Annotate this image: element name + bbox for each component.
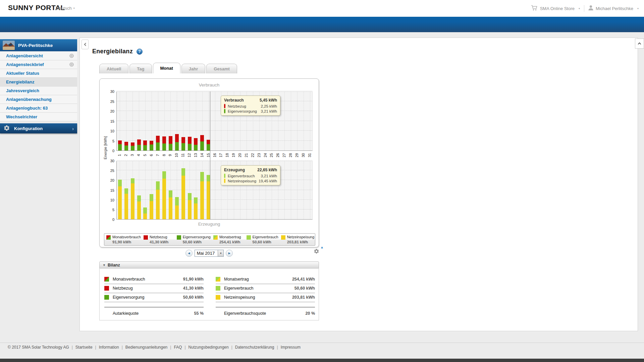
sidebar-item-anlagenlogbuch-63[interactable]: Anlagenlogbuch: 63	[0, 104, 77, 113]
sidebar-item-anlagensteckbrief[interactable]: Anlagensteckbrief	[0, 60, 77, 69]
bar-segment-netzbezug[interactable]	[150, 141, 153, 144]
tab-aktuell[interactable]: Aktuell	[99, 64, 128, 73]
bar-segment-netzeinspeisung[interactable]	[188, 200, 192, 219]
bar-segment-netzbezug[interactable]	[200, 135, 204, 141]
bar-segment-eigenversorgung[interactable]	[137, 145, 141, 150]
bar-segment-eigenversorgung[interactable]	[156, 142, 160, 150]
bar-segment-netzeinspeisung[interactable]	[181, 176, 185, 219]
user-menu[interactable]: Michael Perlitschke ▾	[588, 5, 639, 12]
bar-segment-netzbezug[interactable]	[124, 142, 128, 145]
bilanz-header[interactable]: ▼ Bilanz	[99, 261, 319, 268]
bar-segment-eigenversorgung[interactable]	[200, 141, 204, 150]
tab-monat[interactable]: Monat	[153, 63, 180, 73]
bar-segment-netzeinspeisung[interactable]	[143, 214, 147, 220]
bar-segment-eigenversorgung[interactable]	[181, 143, 185, 150]
chart-settings-icon[interactable]: ▲	[314, 248, 322, 256]
bar-segment-eigenverbrauch[interactable]	[143, 207, 147, 214]
collapse-sidebar-button[interactable]	[82, 40, 89, 49]
bar-segment-netzbezug[interactable]	[194, 138, 198, 145]
bar-segment-netzbezug[interactable]	[137, 139, 141, 145]
sidebar-item-jahresvergleich[interactable]: Jahresvergleich	[0, 86, 77, 95]
bar-segment-netzbezug[interactable]	[181, 137, 185, 143]
bar-segment-eigenverbrauch[interactable]	[200, 172, 204, 181]
bar-segment-eigenverbrauch[interactable]	[169, 190, 172, 197]
footer-link-faq[interactable]: FAQ	[174, 345, 182, 350]
footer-link-information[interactable]: Information	[99, 345, 119, 350]
bar-segment-eigenversorgung[interactable]	[194, 145, 198, 150]
y-tick-label: 5	[103, 139, 114, 143]
bar-segment-netzeinspeisung[interactable]	[137, 201, 141, 219]
next-month-button[interactable]: ▶	[226, 250, 233, 257]
bar-segment-eigenverbrauch[interactable]	[124, 188, 128, 194]
footer-link-impressum[interactable]: Impressum	[281, 345, 301, 350]
bar-segment-netzbezug[interactable]	[175, 134, 179, 142]
scroll-top-button[interactable]	[635, 39, 644, 49]
help-icon[interactable]: ?	[137, 49, 143, 55]
bar-segment-netzbezug[interactable]	[188, 137, 192, 144]
footer-link-datenschutzerkl-rung[interactable]: Datenschutzerklärung	[235, 345, 274, 350]
bar-segment-eigenversorgung[interactable]	[124, 145, 128, 150]
x-tick-label: 3	[130, 151, 134, 160]
bar-segment-netzeinspeisung[interactable]	[131, 183, 135, 219]
bar-segment-eigenverbrauch[interactable]	[162, 171, 166, 179]
prev-month-button[interactable]: ◀	[185, 250, 193, 257]
bar-segment-eigenversorgung[interactable]	[169, 144, 172, 150]
bar-segment-eigenversorgung[interactable]	[150, 144, 153, 150]
sidebar-item-anlagen-berwachung[interactable]: Anlagenüberwachung	[0, 95, 77, 104]
bilanz-label: Monatsertrag	[224, 277, 292, 282]
bar-segment-netzeinspeisung[interactable]	[150, 201, 153, 219]
bar-segment-eigenverbrauch[interactable]	[118, 180, 122, 186]
bar-segment-netzeinspeisung[interactable]	[118, 186, 122, 219]
bar-segment-eigenversorgung[interactable]	[131, 146, 135, 150]
sidebar-item-anlagen-bersicht[interactable]: Anlagenübersicht	[0, 52, 77, 60]
bar-segment-netzbezug[interactable]	[162, 136, 166, 143]
bar-segment-netzeinspeisung[interactable]	[124, 194, 128, 219]
plant-header[interactable]: PVA-Perlitschke	[0, 39, 77, 51]
bar-segment-eigenverbrauch[interactable]	[131, 178, 135, 183]
language-selector[interactable]: Deutsch▾	[56, 6, 75, 11]
tab-tag[interactable]: Tag	[129, 64, 152, 73]
bar-segment-netzeinspeisung[interactable]	[175, 205, 179, 219]
content-panel: Energiebilanz ? AktuellTagMonatJahrGesam…	[79, 38, 638, 331]
store-menu[interactable]: SMA Online Store ▾	[531, 5, 580, 12]
bar-segment-eigenverbrauch[interactable]	[194, 197, 198, 203]
sidebar-item-wechselrichter[interactable]: Wechselrichter	[0, 113, 77, 121]
month-select-value: Mai 2017	[195, 250, 218, 256]
bar-segment-netzeinspeisung[interactable]	[169, 197, 172, 219]
bar-segment-eigenversorgung[interactable]	[175, 142, 179, 150]
sidebar-item-energiebilanz[interactable]: Energiebilanz	[0, 78, 77, 86]
bar-segment-eigenverbrauch[interactable]	[175, 197, 179, 206]
bar-segment-eigenversorgung[interactable]	[143, 145, 147, 150]
bar-segment-eigenverbrauch[interactable]	[156, 181, 160, 190]
bar-segment-netzeinspeisung[interactable]	[156, 190, 160, 219]
bar-segment-netzeinspeisung[interactable]	[200, 181, 204, 219]
legend-label: Netzbezug	[150, 235, 174, 239]
bar-segment-eigenverbrauch[interactable]	[188, 193, 192, 200]
bilanz-swatch	[104, 295, 109, 300]
bar-segment-eigenverbrauch[interactable]	[150, 194, 153, 201]
sidebar-item-aktueller-status[interactable]: Aktueller Status	[0, 69, 77, 78]
bar-segment-netzeinspeisung[interactable]	[194, 203, 198, 219]
erzeugung-plot[interactable]	[116, 161, 313, 220]
bar-segment-netzbezug[interactable]	[118, 140, 122, 144]
verbrauch-plot[interactable]	[116, 92, 313, 151]
y-tick-label: 15	[103, 188, 114, 192]
bar-segment-netzbezug[interactable]	[143, 140, 147, 145]
footer-link-startseite[interactable]: Startseite	[75, 345, 93, 350]
tab-jahr[interactable]: Jahr	[181, 64, 205, 73]
gridline-horizontal	[117, 199, 312, 200]
bar-segment-eigenversorgung[interactable]	[188, 144, 192, 150]
bar-segment-eigenverbrauch[interactable]	[181, 168, 185, 176]
bar-segment-netzbezug[interactable]	[131, 142, 135, 146]
sidebar-item-konfiguration[interactable]: Konfiguration ›	[0, 123, 77, 133]
bar-segment-netzeinspeisung[interactable]	[162, 179, 166, 219]
bar-segment-eigenversorgung[interactable]	[118, 144, 122, 150]
bar-segment-netzbezug[interactable]	[169, 136, 172, 144]
bar-segment-eigenverbrauch[interactable]	[137, 195, 141, 201]
bar-segment-eigenversorgung[interactable]	[162, 143, 166, 150]
footer-link-nutzungsbedingungen[interactable]: Nutzungsbedingungen	[189, 345, 229, 350]
tab-gesamt[interactable]: Gesamt	[206, 64, 237, 73]
bar-segment-netzbezug[interactable]	[156, 136, 160, 142]
month-select[interactable]: Mai 2017 ▾	[195, 250, 224, 257]
footer-link-bedienungsanleitungen[interactable]: Bedienungsanleitungen	[125, 345, 167, 350]
